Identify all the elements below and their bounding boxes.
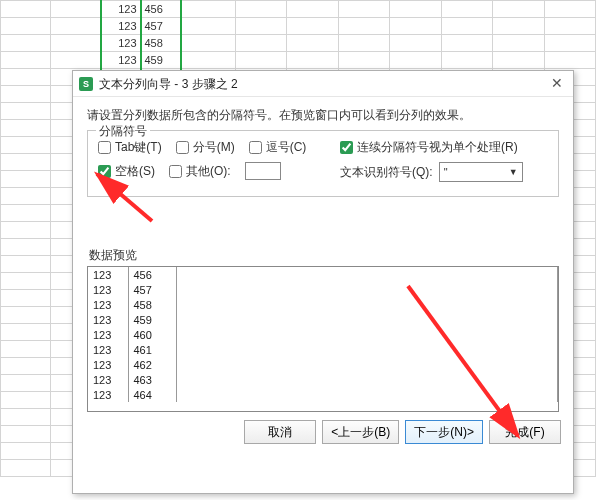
close-icon[interactable]: ✕	[547, 74, 567, 94]
table-row: 123461	[88, 342, 558, 357]
other-delimiter-input[interactable]	[245, 162, 281, 180]
table-row: 123458	[88, 297, 558, 312]
checkbox-semicolon[interactable]: 分号(M)	[176, 139, 235, 156]
checkbox-tab[interactable]: Tab键(T)	[98, 139, 162, 156]
text-to-columns-dialog: S 文本分列向导 - 3 步骤之 2 ✕ 请设置分列数据所包含的分隔符号。在预览…	[72, 70, 574, 494]
text-qualifier-select[interactable]: " ▼	[439, 162, 523, 182]
text-qualifier-value: "	[444, 166, 448, 178]
back-button[interactable]: <上一步(B)	[322, 420, 399, 444]
text-qualifier-label: 文本识别符号(Q):	[340, 164, 433, 181]
checkbox-other[interactable]: 其他(O):	[169, 163, 231, 180]
delimiter-group: 分隔符号 Tab键(T) 分号(M) 逗号(C) 空格(S) 其他(O): 连	[87, 130, 559, 197]
instruction-text: 请设置分列数据所包含的分隔符号。在预览窗口内可以看到分列的效果。	[87, 107, 559, 124]
chevron-down-icon: ▼	[509, 167, 518, 177]
checkbox-other-label: 其他(O):	[186, 163, 231, 180]
app-icon: S	[79, 77, 93, 91]
checkbox-tab-label: Tab键(T)	[115, 139, 162, 156]
table-row: 123463	[88, 372, 558, 387]
preview-label: 数据预览	[89, 247, 559, 264]
table-row: 123459	[88, 312, 558, 327]
data-preview[interactable]: 1234561234571234581234591234601234611234…	[87, 266, 559, 412]
dialog-titlebar: S 文本分列向导 - 3 步骤之 2 ✕	[73, 71, 573, 97]
checkbox-comma-label: 逗号(C)	[266, 139, 307, 156]
checkbox-space[interactable]: 空格(S)	[98, 163, 155, 180]
checkbox-merge-consecutive[interactable]: 连续分隔符号视为单个处理(R)	[340, 139, 523, 156]
table-row: 123462	[88, 357, 558, 372]
table-row: 123457	[88, 282, 558, 297]
cancel-button[interactable]: 取消	[244, 420, 316, 444]
checkbox-semicolon-label: 分号(M)	[193, 139, 235, 156]
checkbox-comma[interactable]: 逗号(C)	[249, 139, 307, 156]
checkbox-merge-label: 连续分隔符号视为单个处理(R)	[357, 139, 518, 156]
table-row: 123464	[88, 387, 558, 402]
table-row: 123460	[88, 327, 558, 342]
table-row: 123456	[88, 267, 558, 282]
checkbox-space-label: 空格(S)	[115, 163, 155, 180]
finish-button[interactable]: 完成(F)	[489, 420, 561, 444]
dialog-buttons: 取消 <上一步(B) 下一步(N)> 完成(F)	[73, 412, 573, 452]
next-button[interactable]: 下一步(N)>	[405, 420, 483, 444]
dialog-title: 文本分列向导 - 3 步骤之 2	[99, 71, 547, 97]
group-legend: 分隔符号	[96, 123, 150, 140]
